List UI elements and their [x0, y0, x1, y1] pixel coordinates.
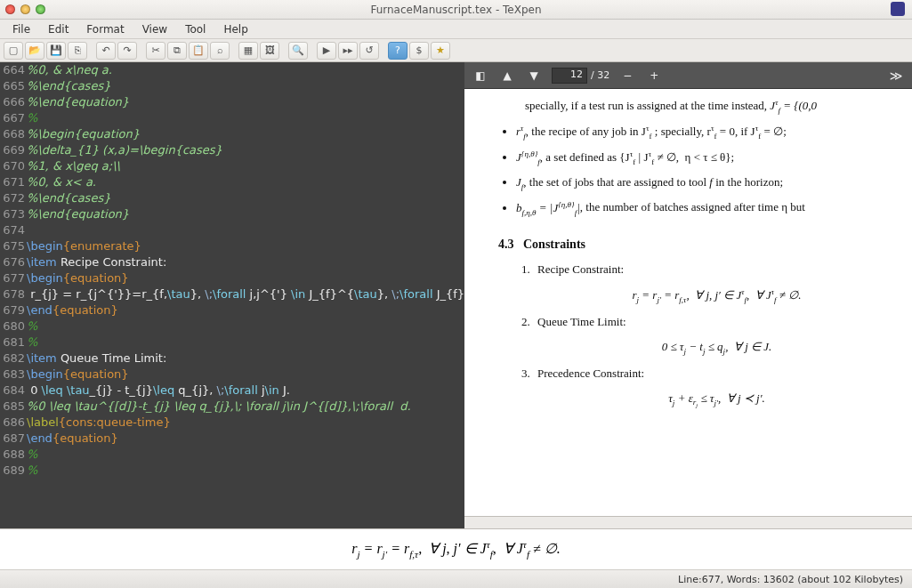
find-icon[interactable]: ⌕	[210, 42, 230, 60]
code-content[interactable]: %	[27, 334, 464, 350]
code-content[interactable]	[27, 222, 464, 238]
code-line[interactable]: 677\begin{equation}	[0, 270, 464, 286]
line-number: 679	[0, 302, 27, 318]
menu-format[interactable]: Format	[79, 21, 131, 37]
maximize-icon[interactable]	[36, 4, 45, 14]
code-line[interactable]: 671%0, & x< a.	[0, 174, 464, 190]
undo-icon[interactable]: ↶	[96, 42, 116, 60]
code-line[interactable]: 685%0 \leq \tau^{[d]}-t_{j} \leq q_{j},\…	[0, 399, 464, 415]
tools-icon[interactable]: ≫	[887, 67, 905, 85]
code-line[interactable]: 683\begin{equation}	[0, 366, 464, 383]
code-content[interactable]: %\begin{equation}	[27, 126, 464, 142]
code-line[interactable]: 680%	[0, 318, 464, 334]
code-content[interactable]: \begin{enumerate}	[27, 238, 464, 254]
saveall-icon[interactable]: ⎘	[68, 42, 87, 60]
code-content[interactable]: %0, & x\neq a.	[27, 62, 464, 78]
code-line[interactable]: 684 0 \leq \tau_{j} - t_{j}\leq q_{j}, \…	[0, 383, 464, 399]
minimize-icon[interactable]	[20, 4, 30, 14]
code-line[interactable]: 676\item Recipe Constraint:	[0, 254, 464, 270]
code-line[interactable]: 667%	[0, 110, 464, 126]
pdf-scrollbar[interactable]	[464, 516, 912, 528]
line-number: 685	[0, 399, 27, 415]
star-icon[interactable]: ★	[431, 42, 450, 60]
code-content[interactable]: %\end{cases}	[27, 190, 464, 206]
line-number: 665	[0, 78, 27, 94]
code-editor[interactable]: 664%0, & x\neq a.665%\end{cases}666%\end…	[0, 62, 464, 528]
code-line[interactable]: 675\begin{enumerate}	[0, 238, 464, 254]
step-icon[interactable]: ▸▸	[338, 42, 358, 60]
code-content[interactable]: r_{j} = r_{j^{'}}=r_{f,\tau}, \;\forall …	[27, 286, 464, 302]
menu-file[interactable]: File	[5, 21, 37, 37]
code-content[interactable]: %\end{equation}	[27, 94, 464, 110]
code-content[interactable]: %	[27, 463, 464, 479]
code-content[interactable]: %1, & x\geq a;\\	[27, 158, 464, 174]
code-content[interactable]: %\end{cases}	[27, 78, 464, 94]
sync-icon[interactable]: $	[409, 42, 429, 60]
page-down-icon[interactable]: ▼	[525, 67, 543, 85]
paste-icon[interactable]: 📋	[189, 42, 208, 60]
code-content[interactable]: %0 \leq \tau^{[d]}-t_{j} \leq q_{j},\; \…	[27, 399, 464, 415]
code-content[interactable]: %	[27, 110, 464, 126]
code-content[interactable]: %\delta_{1} (x,a)=\begin{cases}	[27, 142, 464, 158]
code-content[interactable]: %	[27, 447, 464, 463]
line-number: 683	[0, 366, 27, 383]
close-icon[interactable]	[5, 4, 15, 14]
code-content[interactable]: \end{equation}	[27, 302, 464, 318]
redo-icon[interactable]: ↷	[117, 42, 137, 60]
code-content[interactable]: %\end{equation}	[27, 206, 464, 222]
code-line[interactable]: 689%	[0, 463, 464, 479]
stop-icon[interactable]: ↺	[359, 42, 379, 60]
summary-equation: rj = rj′ = rf,τ, ∀ j, j′ ∈ Jτf, ∀ Jτf ≠ …	[351, 539, 561, 560]
code-content[interactable]: \begin{equation}	[27, 366, 464, 383]
code-content[interactable]: \begin{equation}	[27, 270, 464, 286]
image-icon[interactable]: 🖼	[260, 42, 279, 60]
new-icon[interactable]: ▢	[4, 42, 23, 60]
code-line[interactable]: 687\end{equation}	[0, 431, 464, 447]
code-line[interactable]: 666%\end{equation}	[0, 94, 464, 110]
code-content[interactable]: 0 \leq \tau_{j} - t_{j}\leq q_{j}, \;\fo…	[27, 383, 464, 399]
code-content[interactable]: \end{equation}	[27, 431, 464, 447]
code-line[interactable]: 686\label{cons:queue-time}	[0, 415, 464, 431]
code-line[interactable]: 682\item Queue Time Limit:	[0, 350, 464, 366]
line-number: 668	[0, 126, 27, 142]
window-controls	[5, 4, 45, 14]
menu-tool[interactable]: Tool	[178, 21, 213, 37]
menubar: FileEditFormatViewToolHelp	[0, 20, 912, 39]
code-line[interactable]: 681%	[0, 334, 464, 350]
open-icon[interactable]: 📂	[25, 42, 44, 60]
code-line[interactable]: 665%\end{cases}	[0, 78, 464, 94]
list-item: J{η,θ}f, a set defined as {Jτf | Jτf ≠ ∅…	[516, 149, 912, 166]
code-line[interactable]: 688%	[0, 447, 464, 463]
menu-view[interactable]: View	[135, 21, 174, 37]
code-line[interactable]: 679\end{equation}	[0, 302, 464, 318]
save-icon[interactable]: 💾	[46, 42, 66, 60]
code-line[interactable]: 669%\delta_{1} (x,a)=\begin{cases}	[0, 142, 464, 158]
code-line[interactable]: 672%\end{cases}	[0, 190, 464, 206]
code-content[interactable]: %	[27, 318, 464, 334]
help-icon[interactable]: ?	[388, 42, 408, 60]
code-content[interactable]: %0, & x< a.	[27, 174, 464, 190]
code-content[interactable]: \item Queue Time Limit:	[27, 350, 464, 366]
pdf-page-input[interactable]: 12	[552, 68, 587, 84]
menu-edit[interactable]: Edit	[41, 21, 76, 37]
code-line[interactable]: 674	[0, 222, 464, 238]
table-icon[interactable]: ▦	[238, 42, 258, 60]
sidebar-toggle-icon[interactable]: ◧	[472, 67, 489, 85]
code-line[interactable]: 673%\end{equation}	[0, 206, 464, 222]
cut-icon[interactable]: ✂	[146, 42, 165, 60]
code-content[interactable]: \item Recipe Constraint:	[27, 254, 464, 270]
page-up-icon[interactable]: ▲	[498, 67, 516, 85]
run-icon[interactable]: ▶	[317, 42, 336, 60]
zoom-in-icon[interactable]: +	[645, 67, 663, 85]
code-line[interactable]: 664%0, & x\neq a.	[0, 62, 464, 78]
zoom-tool-icon[interactable]: 🔍	[288, 42, 308, 60]
copy-icon[interactable]: ⧉	[167, 42, 187, 60]
code-line[interactable]: 678 r_{j} = r_{j^{'}}=r_{f,\tau}, \;\for…	[0, 286, 464, 302]
code-line[interactable]: 668%\begin{equation}	[0, 126, 464, 142]
equation: 0 ≤ τj − tj ≤ qj, ∀ j ∈ J.	[521, 340, 912, 356]
zoom-out-icon[interactable]: −	[618, 67, 636, 85]
pdf-page[interactable]: specially, if a test run is assigned at …	[464, 89, 912, 516]
menu-help[interactable]: Help	[216, 21, 254, 37]
code-content[interactable]: \label{cons:queue-time}	[27, 415, 464, 431]
code-line[interactable]: 670%1, & x\geq a;\\	[0, 158, 464, 174]
